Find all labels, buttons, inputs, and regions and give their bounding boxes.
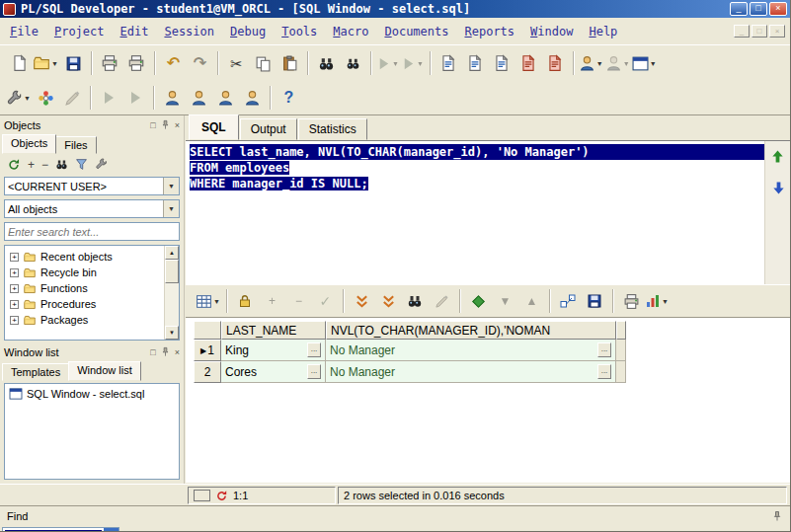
open-button[interactable]: ▼ <box>33 50 60 76</box>
column-header-last-name[interactable]: LAST_NAME <box>221 321 326 340</box>
edit-document-button[interactable] <box>435 50 462 76</box>
refresh-icon[interactable] <box>7 158 21 172</box>
undo-button[interactable]: ↶ <box>160 50 187 76</box>
tree-item-procedures[interactable]: + Procedures <box>5 296 179 312</box>
object-filter-dropdown[interactable]: All objects ▼ <box>4 199 180 218</box>
mdi-close-button[interactable]: × <box>769 25 785 38</box>
menu-debug[interactable]: Debug <box>222 25 274 38</box>
search-icon[interactable] <box>55 158 68 171</box>
cell-nvl[interactable]: No Manager ... <box>326 340 616 361</box>
next-statement-icon[interactable] <box>770 180 785 194</box>
new-button[interactable] <box>6 50 33 76</box>
break-button[interactable] <box>515 50 542 76</box>
expand-icon[interactable]: + <box>10 316 19 325</box>
float-panel-icon[interactable]: □ <box>150 120 155 130</box>
previous-statement-icon[interactable] <box>770 149 785 164</box>
menu-window[interactable]: Window <box>522 25 581 38</box>
tree-scrollbar[interactable]: ▲ ▼ <box>164 246 179 340</box>
row-selector[interactable]: 2 <box>194 361 221 383</box>
paste-button[interactable] <box>277 50 303 76</box>
outdent-button[interactable] <box>489 50 515 76</box>
session-button[interactable] <box>159 85 186 111</box>
grid-view-button[interactable]: ▼ <box>196 288 222 314</box>
find-in-results-button[interactable] <box>402 288 429 314</box>
pin-icon[interactable] <box>160 346 171 357</box>
cell-ellipsis-button[interactable]: ... <box>597 364 611 379</box>
filter-icon[interactable] <box>75 158 88 171</box>
indent-button[interactable] <box>462 50 489 76</box>
beautifier-button[interactable] <box>59 85 86 111</box>
title-bar[interactable]: PL/SQL Developer - student1@VM_ORCL - [S… <box>0 0 790 18</box>
menu-tools[interactable]: Tools <box>274 25 325 38</box>
menu-macro[interactable]: Macro <box>325 25 376 38</box>
kill-session-button[interactable] <box>542 50 569 76</box>
print-setup-button[interactable] <box>123 50 150 76</box>
tree-item-functions[interactable]: + Functions <box>5 280 179 296</box>
sql-session-button[interactable] <box>186 85 212 111</box>
mdi-restore-button[interactable]: □ <box>751 25 767 38</box>
jobs-button[interactable]: ▼ <box>605 50 632 76</box>
edit-cell-button[interactable] <box>429 288 455 314</box>
restore-button[interactable]: □ <box>750 2 767 16</box>
copy-button[interactable] <box>250 50 277 76</box>
chevron-down-icon[interactable]: ▼ <box>163 178 179 194</box>
minimize-button[interactable]: _ <box>730 2 748 16</box>
fetch-next-page-button[interactable] <box>349 288 375 314</box>
monitor-button[interactable]: ▼ <box>579 50 605 76</box>
chevron-down-icon[interactable]: ▼ <box>596 60 603 67</box>
window-list-button[interactable]: ▼ <box>632 50 659 76</box>
tree-item-packages[interactable]: + Packages <box>5 312 179 328</box>
sql-editor[interactable]: SELECT last_name, NVL(TO_CHAR(manager_id… <box>186 140 790 284</box>
tab-templates[interactable]: Templates <box>2 363 69 381</box>
find-button[interactable] <box>313 50 340 76</box>
chevron-down-icon[interactable]: ▼ <box>623 60 630 67</box>
scroll-down-icon[interactable]: ▼ <box>165 326 179 340</box>
close-panel-icon[interactable]: × <box>175 120 180 130</box>
pin-icon[interactable] <box>771 510 783 522</box>
chevron-down-icon[interactable]: ▼ <box>51 60 58 67</box>
lock-button[interactable] <box>232 288 259 314</box>
table-row[interactable]: 2 Cores ... No Manager ... <box>194 361 626 383</box>
chevron-down-icon[interactable]: ▼ <box>24 95 31 102</box>
menu-project[interactable]: Project <box>46 25 113 38</box>
expand-all-icon[interactable]: + <box>28 158 35 172</box>
execute-button[interactable]: ▼ <box>376 50 401 76</box>
expand-icon[interactable]: + <box>10 300 19 309</box>
row-selector[interactable]: ▶ 1 <box>194 340 221 361</box>
chevron-down-icon[interactable]: ▼ <box>417 60 424 67</box>
sessions-list-button[interactable] <box>212 85 239 111</box>
settings-icon[interactable] <box>95 158 108 171</box>
help-button[interactable]: ? <box>276 85 302 111</box>
search-input[interactable] <box>4 222 180 241</box>
export-results-button[interactable] <box>582 288 608 314</box>
cell-ellipsis-button[interactable]: ... <box>597 342 611 357</box>
tab-sql[interactable]: SQL <box>189 114 239 140</box>
chart-button[interactable]: ▼ <box>645 288 671 314</box>
tab-statistics[interactable]: Statistics <box>298 118 367 140</box>
menu-edit[interactable]: Edit <box>113 25 157 38</box>
cell-ellipsis-button[interactable]: ... <box>307 342 321 357</box>
refresh-icon[interactable] <box>215 490 228 502</box>
tree-item-recent-objects[interactable]: + Recent objects <box>5 249 179 265</box>
chevron-down-icon[interactable]: ▼ <box>163 200 179 217</box>
customize-button[interactable] <box>33 85 59 111</box>
post-changes-button[interactable]: ✓ <box>312 288 339 314</box>
close-panel-icon[interactable]: × <box>175 347 180 357</box>
menu-documents[interactable]: Documents <box>376 25 456 38</box>
user-dropdown[interactable]: <CURRENT USER> ▼ <box>4 177 180 195</box>
print-results-button[interactable] <box>618 288 645 314</box>
save-button[interactable] <box>60 50 87 76</box>
delete-row-button[interactable]: − <box>285 288 312 314</box>
cell-nvl[interactable]: No Manager ... <box>326 361 616 383</box>
redo-button[interactable]: ↷ <box>187 50 213 76</box>
cell-last-name[interactable]: Cores ... <box>221 361 326 383</box>
column-header-nvl[interactable]: NVL(TO_CHAR(MANAGER_ID),'NOMAN <box>326 321 616 340</box>
pin-icon[interactable] <box>160 119 171 130</box>
close-button[interactable]: × <box>769 2 787 16</box>
expand-icon[interactable]: + <box>10 253 19 262</box>
chevron-down-icon[interactable]: ▼ <box>213 298 220 305</box>
sql-editor-text[interactable]: SELECT last_name, NVL(TO_CHAR(manager_id… <box>186 141 764 284</box>
refresh-results-button[interactable] <box>465 288 492 314</box>
expand-icon[interactable]: + <box>10 268 19 277</box>
menu-session[interactable]: Session <box>156 25 222 38</box>
